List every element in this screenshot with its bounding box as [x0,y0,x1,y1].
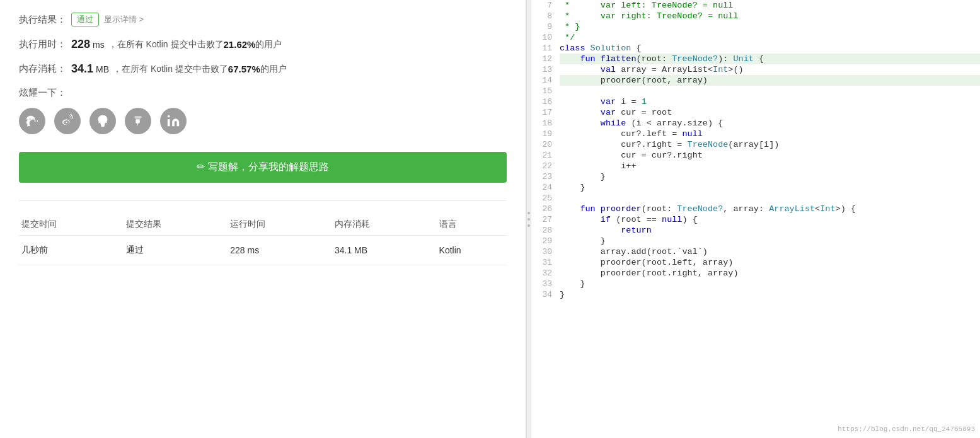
line-content: while (i < array.size) { [560,118,980,129]
line-content: val array = ArrayList<Int>() [560,64,980,75]
time-label: 执行用时： [19,38,66,50]
line-content: } [560,182,980,193]
line-number: 26 [531,204,560,214]
line-number: 16 [531,96,560,107]
code-line: 23 } [531,171,980,182]
pass-badge: 通过 [71,13,99,26]
col-result: 提交结果 [124,214,228,236]
line-number: 19 [531,129,560,139]
cell-time: 几秒前 [19,236,124,265]
line-content: proorder(root.right, array) [560,268,980,279]
line-content: fun flatten(root: TreeNode?): Unit { [560,54,980,64]
line-number: 21 [531,150,560,161]
code-line: 17 var cur = root [531,107,980,118]
code-line: 12 fun flatten(root: TreeNode?): Unit { [531,54,980,64]
svg-point-0 [168,115,170,118]
code-line: 27 if (root == null) { [531,214,980,225]
line-number: 18 [531,118,560,129]
qq-icon[interactable] [89,108,116,134]
code-line: 9 * } [531,21,980,32]
line-number: 28 [531,225,560,236]
linkedin-icon[interactable] [160,108,187,134]
line-number: 32 [531,268,560,279]
col-memory: 内存消耗 [332,214,437,236]
line-content: if (root == null) { [560,214,980,225]
cell-runtime: 228 ms [228,236,332,265]
code-line: 11class Solution { [531,43,980,54]
line-number: 34 [531,289,560,300]
write-solution-button[interactable]: ✏ 写题解，分享我的解题思路 [19,152,507,183]
code-line: 21 cur = cur?.right [531,150,980,161]
line-number: 13 [531,64,560,75]
code-line: 31 proorder(root.left, array) [531,257,980,268]
line-number: 27 [531,214,560,225]
sep-dot-2 [527,218,530,221]
line-content: var i = 1 [560,96,980,107]
line-number: 10 [531,32,560,43]
line-content: proorder(root, array) [560,75,980,86]
left-panel: 执行结果： 通过 显示详情 > 执行用时： 228 ms ，在所有 Kotlin… [0,0,526,438]
line-content: */ [560,32,980,43]
line-content: var cur = root [560,107,980,118]
time-desc2: 的用户 [255,39,282,50]
line-content: } [560,171,980,182]
line-number: 15 [531,86,560,96]
code-line: 30 array.add(root.`val`) [531,246,980,257]
line-number: 24 [531,182,560,193]
line-content: i++ [560,161,980,171]
line-number: 17 [531,107,560,118]
code-editor-panel: 7 * var left: TreeNode? = null8 * var ri… [531,0,980,438]
execution-label: 执行结果： [19,14,66,26]
time-value: 228 [71,38,90,51]
line-content: * } [560,21,980,32]
line-content: } [560,279,980,289]
code-line: 25 [531,193,980,204]
code-line: 34} [531,289,980,300]
weibo-icon[interactable] [54,108,81,134]
line-content: } [560,236,980,246]
time-pct: 21.62% [224,39,256,50]
line-content: return [560,225,980,236]
table-header-row: 提交时间 提交结果 运行时间 内存消耗 语言 [19,214,507,236]
code-line: 7 * var left: TreeNode? = null [531,0,980,11]
col-lang: 语言 [437,214,507,236]
douban-icon[interactable] [125,108,151,134]
submissions-table: 提交时间 提交结果 运行时间 内存消耗 语言 几秒前 通过 228 ms 34.… [19,214,507,265]
code-line: 26 fun proorder(root: TreeNode?, array: … [531,204,980,214]
execution-result-row: 执行结果： 通过 显示详情 > [19,13,507,26]
line-number: 20 [531,139,560,150]
line-content: } [560,289,980,300]
time-desc1: ，在所有 Kotlin 提交中击败了 [108,39,224,50]
mem-desc1: ，在所有 Kotlin 提交中击败了 [113,64,228,75]
time-row: 执行用时： 228 ms ，在所有 Kotlin 提交中击败了 21.62% 的… [19,38,507,51]
line-number: 14 [531,75,560,86]
sep-dot-1 [527,212,530,214]
code-line: 22 i++ [531,161,980,171]
show-detail-link[interactable]: 显示详情 > [104,14,144,25]
line-number: 25 [531,193,560,204]
code-area: 7 * var left: TreeNode? = null8 * var ri… [531,0,980,300]
code-line: 20 cur?.right = TreeNode(array[i]) [531,139,980,150]
line-number: 12 [531,54,560,64]
line-number: 23 [531,171,560,182]
line-number: 30 [531,246,560,257]
col-time: 提交时间 [19,214,124,236]
code-line: 32 proorder(root.right, array) [531,268,980,279]
line-number: 33 [531,279,560,289]
sep-dot-3 [527,224,530,227]
panel-separator[interactable] [526,0,531,438]
cell-result[interactable]: 通过 [124,236,228,265]
code-line: 29 } [531,236,980,246]
watermark: https://blog.csdn.net/qq_24765893 [838,425,975,433]
wechat-icon[interactable] [19,108,45,134]
line-number: 31 [531,257,560,268]
cell-memory: 34.1 MB [332,236,437,265]
share-label: 炫耀一下： [19,87,507,99]
line-content: * var right: TreeNode? = null [560,11,980,21]
line-content [560,193,980,204]
line-content: * var left: TreeNode? = null [560,0,980,11]
code-line: 14 proorder(root, array) [531,75,980,86]
code-line: 33 } [531,279,980,289]
line-content: cur?.right = TreeNode(array[i]) [560,139,980,150]
mem-desc2: 的用户 [260,64,287,75]
